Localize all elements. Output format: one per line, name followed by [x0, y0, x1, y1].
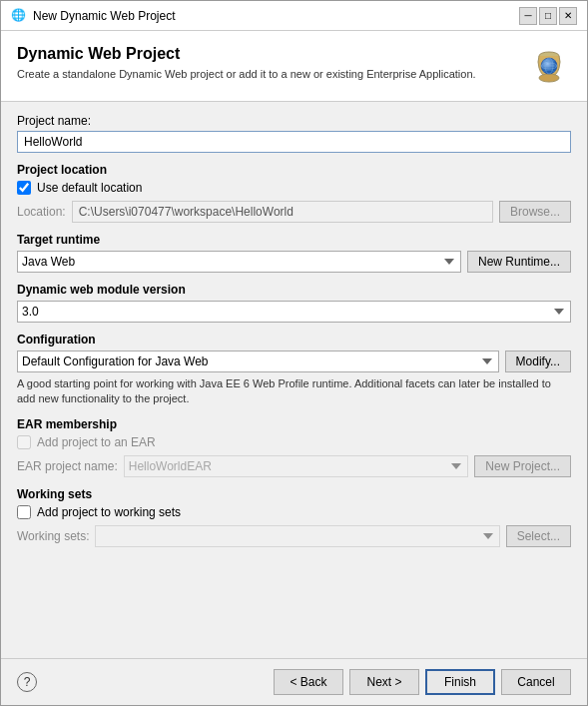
use-default-location-checkbox[interactable]	[17, 181, 31, 195]
web-module-version-dropdown[interactable]: 3.0	[17, 301, 571, 323]
header-icon	[527, 45, 571, 89]
maximize-button[interactable]: □	[539, 7, 557, 25]
add-working-sets-label[interactable]: Add project to working sets	[37, 505, 181, 519]
target-runtime-dropdown[interactable]: Java Web	[17, 251, 461, 273]
close-button[interactable]: ✕	[559, 7, 577, 25]
back-button[interactable]: < Back	[274, 669, 343, 695]
next-button[interactable]: Next >	[349, 669, 419, 695]
cancel-button[interactable]: Cancel	[501, 669, 571, 695]
window-title: New Dynamic Web Project	[33, 9, 513, 23]
svg-point-1	[539, 74, 559, 82]
ear-project-name-row: EAR project name: HelloWorldEAR New Proj…	[17, 455, 571, 477]
title-bar: 🌐 New Dynamic Web Project ─ □ ✕	[1, 1, 587, 31]
ear-project-name-label: EAR project name:	[17, 459, 118, 473]
ear-membership-label: EAR membership	[17, 417, 571, 431]
footer-buttons: < Back Next > Finish Cancel	[274, 669, 571, 695]
working-sets-dropdown	[95, 525, 499, 547]
help-button[interactable]: ?	[17, 672, 37, 692]
project-location-section: Project location Use default location Lo…	[17, 163, 571, 223]
project-name-label: Project name:	[17, 114, 571, 128]
project-name-input[interactable]	[17, 131, 571, 153]
add-ear-row: Add project to an EAR	[17, 435, 571, 449]
working-sets-field-label: Working sets:	[17, 529, 89, 543]
add-working-sets-row: Add project to working sets	[17, 505, 571, 519]
configuration-row: Default Configuration for Java Web Modif…	[17, 351, 571, 372]
working-sets-label: Working sets	[17, 487, 571, 501]
select-button: Select...	[506, 525, 571, 547]
globe-icon	[528, 46, 570, 88]
location-row: Location: Browse...	[17, 201, 571, 223]
working-sets-row: Working sets: Select...	[17, 525, 571, 547]
project-name-row: Project name:	[17, 114, 571, 153]
use-default-location-row: Use default location	[17, 181, 571, 195]
browse-button[interactable]: Browse...	[499, 201, 571, 223]
target-runtime-label: Target runtime	[17, 233, 571, 247]
main-window: 🌐 New Dynamic Web Project ─ □ ✕ Dynamic …	[0, 0, 588, 706]
add-ear-checkbox[interactable]	[17, 435, 31, 449]
header-section: Dynamic Web Project Create a standalone …	[1, 31, 587, 102]
new-runtime-button[interactable]: New Runtime...	[467, 251, 571, 273]
new-project-button: New Project...	[474, 455, 571, 477]
page-title: Dynamic Web Project	[17, 45, 476, 63]
configuration-section: Configuration Default Configuration for …	[17, 333, 571, 407]
configuration-info: A good starting point for working with J…	[17, 376, 571, 407]
window-icon: 🌐	[11, 8, 27, 24]
location-label: Location:	[17, 205, 66, 219]
header-text: Dynamic Web Project Create a standalone …	[17, 45, 476, 82]
project-location-label: Project location	[17, 163, 571, 177]
location-input	[72, 201, 493, 223]
minimize-button[interactable]: ─	[519, 7, 537, 25]
use-default-location-label[interactable]: Use default location	[37, 181, 142, 195]
header-description: Create a standalone Dynamic Web project …	[17, 67, 476, 82]
configuration-label: Configuration	[17, 333, 571, 347]
footer-left: ?	[17, 672, 37, 692]
ear-membership-section: EAR membership Add project to an EAR EAR…	[17, 417, 571, 477]
ear-project-name-dropdown: HelloWorldEAR	[124, 455, 469, 477]
add-ear-label: Add project to an EAR	[37, 435, 156, 449]
web-module-version-label: Dynamic web module version	[17, 283, 571, 297]
window-controls: ─ □ ✕	[519, 7, 577, 25]
target-runtime-section: Target runtime Java Web New Runtime...	[17, 233, 571, 273]
add-working-sets-checkbox[interactable]	[17, 505, 31, 519]
finish-button[interactable]: Finish	[425, 669, 495, 695]
working-sets-section: Working sets Add project to working sets…	[17, 487, 571, 547]
configuration-dropdown[interactable]: Default Configuration for Java Web	[17, 351, 499, 372]
footer: ? < Back Next > Finish Cancel	[1, 658, 587, 705]
target-runtime-row: Java Web New Runtime...	[17, 251, 571, 273]
modify-button[interactable]: Modify...	[505, 351, 571, 372]
form-content: Project name: Project location Use defau…	[1, 102, 587, 658]
web-module-version-section: Dynamic web module version 3.0	[17, 283, 571, 323]
